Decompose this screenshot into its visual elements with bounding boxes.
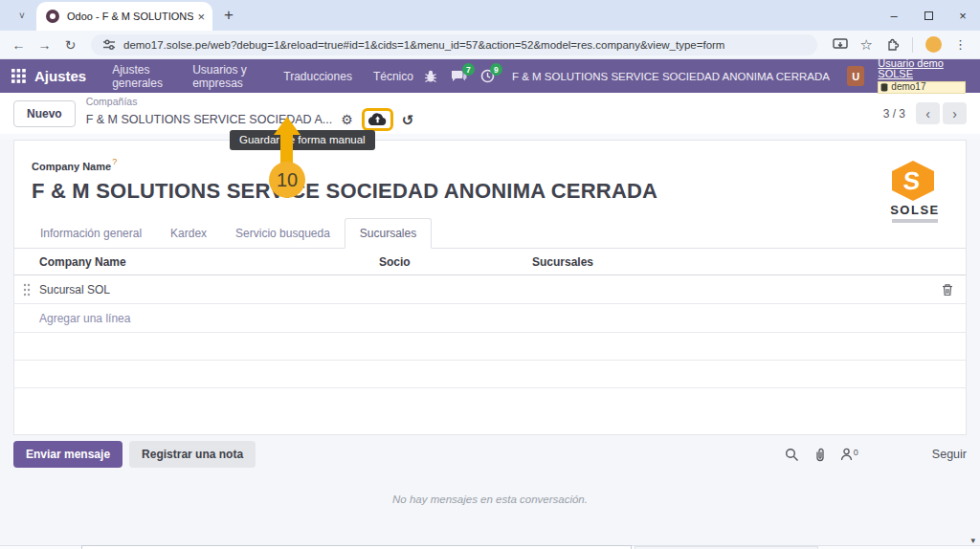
logo-brand-text: SOLSE	[889, 203, 941, 217]
form-sheet: Company Name? F & M SOLUTIONS SERVICE SO…	[13, 140, 967, 435]
save-page-icon[interactable]	[833, 38, 848, 52]
browser-tab[interactable]: Odoo - F & M SOLUTIONS SER ×	[36, 2, 212, 31]
menu-traducciones[interactable]: Traducciones	[283, 70, 352, 83]
chevron-down-icon: ˅	[19, 11, 25, 21]
user-avatar[interactable]: U	[847, 66, 864, 86]
followers-button[interactable]: 0	[840, 448, 858, 461]
browser-tab-strip: ˅ Odoo - F & M SOLUTIONS SER × + – ×	[0, 0, 980, 31]
column-company-name: Company Name	[39, 255, 379, 269]
messages-icon[interactable]: 7	[451, 69, 467, 83]
empty-table-row	[14, 333, 966, 361]
extensions-icon[interactable]	[885, 37, 900, 52]
annotation-arrow-head	[274, 117, 301, 135]
main-content: Company Name? F & M SOLUTIONS SERVICE SO…	[0, 140, 980, 549]
browser-profile-avatar[interactable]	[925, 36, 942, 53]
column-socio: Socio	[379, 255, 532, 269]
active-company-name[interactable]: F & M SOLUTIONS SERVICE SOCIEDAD ANONIMA…	[512, 71, 830, 82]
pager-previous-button[interactable]: ‹	[916, 102, 940, 124]
window-controls: – ×	[877, 0, 980, 31]
log-note-button[interactable]: Registrar una nota	[129, 441, 256, 468]
send-message-button[interactable]: Enviar mensaje	[13, 441, 122, 468]
activities-clock-icon[interactable]: 9	[480, 69, 495, 83]
attachments-paperclip-icon[interactable]	[813, 448, 826, 462]
bottom-fragment-box	[81, 545, 632, 549]
tab-informacion-general[interactable]: Información general	[26, 219, 156, 248]
discard-undo-icon[interactable]: ↺	[402, 113, 414, 127]
url-text: demo17.solse.pe/web?debug=1&reload=true#…	[123, 39, 724, 51]
delete-row-icon[interactable]	[929, 283, 966, 296]
menu-tecnico[interactable]: Técnico	[373, 70, 413, 83]
save-tooltip: Guardar de forma manual	[230, 130, 375, 150]
toolbar-right-icons: ☆ ⋮	[825, 36, 974, 54]
apps-grid-icon[interactable]	[11, 69, 26, 83]
table-row[interactable]: Sucursal SOL	[14, 275, 966, 304]
bottom-cutoff-fragment	[0, 545, 980, 549]
debug-bug-icon[interactable]	[424, 70, 437, 83]
followers-count: 0	[854, 448, 858, 457]
add-line-link[interactable]: Agregar una línea	[39, 312, 379, 325]
solse-hexagon-icon: S	[889, 160, 937, 202]
pager: 3 / 3 ‹ ›	[883, 102, 967, 124]
add-line-row[interactable]: Agregar una línea	[14, 304, 966, 333]
restore-button[interactable]	[911, 0, 946, 31]
column-sucursales: Sucursales	[532, 255, 929, 269]
close-button[interactable]: ×	[946, 0, 980, 31]
messages-badge: 7	[462, 63, 475, 76]
company-name-field-label: Company Name	[32, 161, 111, 172]
browser-menu-icon[interactable]: ⋮	[954, 37, 967, 52]
bottom-right-marker-icon: ▾	[970, 536, 975, 545]
row-company-name[interactable]: Sucursal SOL	[39, 283, 379, 296]
app-name[interactable]: Ajustes	[34, 68, 86, 84]
user-name: Usuario demo SOLSE	[878, 58, 969, 80]
control-panel: Nuevo Compañías F & M SOLUTIONS SERVICE …	[0, 93, 980, 134]
svg-text:S: S	[902, 166, 921, 195]
bookmark-star-icon[interactable]: ☆	[860, 36, 873, 54]
company-logo[interactable]: S SOLSE	[889, 160, 941, 223]
empty-conversation-message: No hay mensajes en esta conversación.	[0, 494, 980, 505]
tab-title: Odoo - F & M SOLUTIONS SER	[67, 11, 193, 22]
toolbar-divider	[912, 37, 913, 53]
save-cloud-icon[interactable]	[368, 113, 387, 126]
odoo-favicon-icon	[46, 10, 59, 23]
url-bar[interactable]: demo17.solse.pe/web?debug=1&reload=true#…	[91, 34, 817, 55]
back-button[interactable]: ←	[6, 37, 32, 53]
odoo-navbar: Ajustes Ajustes generales Usuarios y emp…	[0, 59, 980, 93]
site-settings-icon[interactable]	[102, 38, 116, 52]
follower-person-icon	[840, 448, 853, 461]
menu-ajustes-generales[interactable]: Ajustes generales	[112, 63, 171, 90]
breadcrumb: Compañías F & M SOLUTIONS SERVICE SOCIED…	[86, 96, 414, 131]
search-messages-icon[interactable]	[785, 448, 799, 462]
table-header-row: Company Name Socio Sucursales	[14, 249, 966, 275]
pager-next-button[interactable]: ›	[943, 102, 967, 124]
reload-button[interactable]: ↻	[57, 37, 83, 53]
drag-handle-icon[interactable]	[14, 283, 39, 296]
tab-kardex[interactable]: Kardex	[156, 219, 221, 248]
database-badge: demo17	[878, 81, 966, 95]
database-icon	[880, 83, 888, 92]
tab-sucursales[interactable]: Sucursales	[345, 218, 432, 249]
follow-button[interactable]: Seguir	[932, 448, 967, 461]
notebook-tabs: Información general Kardex Servicio busq…	[14, 218, 966, 249]
tab-search-button[interactable]: ˅	[10, 4, 34, 27]
breadcrumb-parent[interactable]: Compañías	[86, 96, 414, 107]
minimize-button[interactable]: –	[877, 0, 911, 31]
restore-icon	[924, 11, 933, 20]
help-marker: ?	[112, 157, 117, 166]
company-name-value[interactable]: F & M SOLUTIONS SERVICE SOCIEDAD ANONIMA…	[32, 179, 948, 204]
new-tab-button[interactable]: +	[224, 6, 234, 25]
browser-toolbar: ← → ↻ demo17.solse.pe/web?debug=1&reload…	[0, 31, 980, 59]
empty-table-row	[14, 361, 966, 388]
pager-count: 3 / 3	[883, 107, 905, 121]
tab-servicio-busqueda[interactable]: Servicio busqueda	[221, 219, 345, 248]
annotation-step-badge: 10	[269, 162, 305, 198]
forward-button[interactable]: →	[32, 37, 57, 53]
user-menu[interactable]: Usuario demo SOLSE demo17	[878, 58, 969, 95]
logo-tagline-bar	[892, 219, 938, 223]
tab-close-icon[interactable]: ×	[197, 10, 205, 24]
gear-icon[interactable]: ⚙	[341, 113, 353, 126]
database-name: demo17	[891, 82, 925, 93]
save-highlight-box	[362, 108, 393, 131]
new-record-button[interactable]: Nuevo	[13, 100, 76, 127]
menu-usuarios-empresas[interactable]: Usuarios y empresas	[192, 63, 262, 90]
activities-badge: 9	[490, 63, 502, 76]
